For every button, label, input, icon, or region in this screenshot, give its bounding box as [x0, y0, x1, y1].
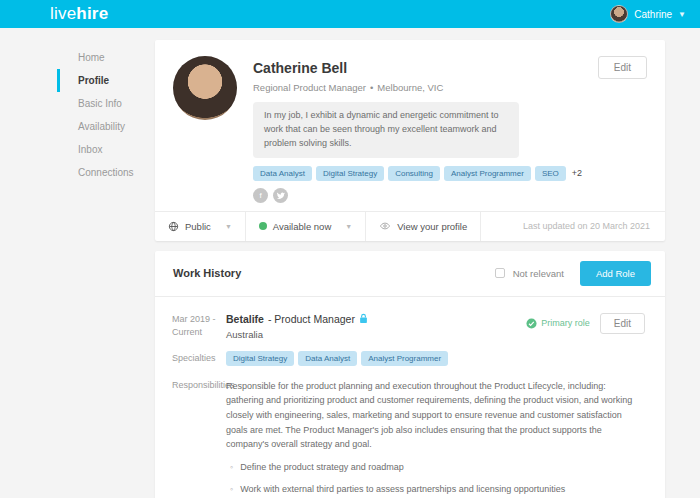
twitter-icon[interactable] — [273, 188, 288, 203]
eye-icon — [379, 221, 391, 231]
responsibilities-text: Responsible for the product planning and… — [226, 379, 645, 452]
user-avatar[interactable] — [610, 5, 628, 23]
availability-value: Available now — [273, 221, 331, 232]
profile-status-bar: Public ▼ Available now ▼ View your profi… — [155, 211, 665, 241]
visibility-dropdown[interactable]: Public ▼ — [155, 212, 246, 241]
view-profile-label: View your profile — [397, 221, 467, 232]
profile-skill-tags: Data Analyst Digital Strategy Consulting… — [253, 166, 647, 181]
sidebar-item-availability[interactable]: Availability — [57, 115, 153, 138]
page-content: Home Profile Basic Info Availability Inb… — [0, 28, 700, 498]
main-column: Catherine Bell Regional Product Manager•… — [155, 40, 665, 498]
specialty-chip[interactable]: Data Analyst — [298, 351, 357, 366]
responsibilities-content: Responsible for the product planning and… — [226, 379, 645, 498]
bullet-item: Define the product strategy and roadmap — [230, 461, 645, 475]
responsibilities-row: Responsibilities Responsible for the pro… — [172, 379, 645, 498]
entry-actions: Primary role Edit — [526, 313, 645, 334]
sidebar-item-profile[interactable]: Profile — [57, 69, 153, 92]
work-history-actions: Not relevant Add Role — [495, 261, 651, 286]
responsibilities-bullets: Define the product strategy and roadmap … — [226, 461, 645, 498]
entry-title: Betalife - Product Manager — [226, 313, 526, 325]
entry-header-row: Mar 2019 - Current Betalife - Product Ma… — [172, 313, 645, 340]
livehire-logo[interactable]: livehire — [50, 4, 108, 24]
profile-card: Catherine Bell Regional Product Manager•… — [155, 40, 665, 241]
logo-live: live — [50, 4, 76, 23]
profile-title: Regional Product Manager — [253, 82, 366, 93]
sidebar-item-connections[interactable]: Connections — [57, 161, 153, 184]
chevron-down-icon: ▼ — [678, 10, 686, 19]
sidebar-item-home[interactable]: Home — [57, 46, 153, 69]
social-links: f — [253, 188, 647, 211]
entry-head: Betalife - Product Manager Australia — [226, 313, 645, 340]
facebook-icon[interactable]: f — [253, 188, 268, 203]
top-navigation-bar: livehire Cathrine ▼ — [0, 0, 700, 28]
work-history-header: Work History Not relevant Add Role — [155, 251, 665, 297]
more-tags-count[interactable]: +2 — [572, 168, 582, 178]
skill-chip[interactable]: Digital Strategy — [316, 166, 384, 181]
skill-chip[interactable]: SEO — [535, 166, 566, 181]
specialty-chip[interactable]: Digital Strategy — [226, 351, 294, 366]
profile-location: Melbourne, VIC — [377, 82, 443, 93]
profile-edit-wrapper: Edit — [598, 56, 647, 79]
responsibilities-label: Responsibilities — [172, 379, 226, 498]
chevron-down-icon: ▼ — [225, 223, 232, 230]
not-relevant-label: Not relevant — [513, 268, 564, 279]
bullet-item: Work with external third parties to asse… — [230, 483, 645, 497]
subtitle-separator: • — [370, 82, 373, 93]
availability-dropdown[interactable]: Available now ▼ — [246, 212, 366, 241]
visibility-value: Public — [185, 221, 211, 232]
sidebar-nav: Home Profile Basic Info Availability Inb… — [57, 46, 153, 184]
available-dot-icon — [259, 222, 267, 230]
entry-title-block: Betalife - Product Manager Australia — [226, 313, 526, 340]
specialty-chip[interactable]: Analyst Programmer — [361, 351, 448, 366]
edit-role-button[interactable]: Edit — [600, 313, 645, 334]
profile-header: Catherine Bell Regional Product Manager•… — [155, 40, 665, 211]
chevron-down-icon: ▼ — [345, 223, 352, 230]
edit-profile-button[interactable]: Edit — [598, 56, 647, 79]
skill-chip[interactable]: Data Analyst — [253, 166, 312, 181]
specialty-chips: Digital Strategy Data Analyst Analyst Pr… — [226, 351, 645, 366]
profile-bio: In my job, I exhibit a dynamic and energ… — [253, 102, 519, 158]
skill-chip[interactable]: Analyst Programmer — [444, 166, 531, 181]
not-relevant-checkbox[interactable] — [495, 268, 505, 278]
logo-hire: hire — [76, 4, 108, 23]
primary-role-label: Primary role — [541, 318, 590, 328]
work-history-card: Work History Not relevant Add Role Mar 2… — [155, 251, 665, 498]
entry-dates: Mar 2019 - Current — [172, 313, 226, 340]
sidebar-item-inbox[interactable]: Inbox — [57, 138, 153, 161]
date-to: Current — [172, 326, 226, 340]
work-entry: Mar 2019 - Current Betalife - Product Ma… — [155, 297, 665, 498]
work-history-title: Work History — [173, 267, 241, 279]
profile-info: Catherine Bell Regional Product Manager•… — [253, 56, 647, 211]
specialties-row: Specialties Digital Strategy Data Analys… — [172, 351, 645, 366]
last-updated-text: Last updated on 20 March 2021 — [523, 221, 665, 231]
lock-icon[interactable] — [359, 313, 368, 324]
entry-location: Australia — [226, 329, 526, 340]
sidebar-item-basic-info[interactable]: Basic Info — [57, 92, 153, 115]
view-profile-link[interactable]: View your profile — [366, 212, 481, 241]
company-name: Betalife — [226, 313, 264, 325]
skill-chip[interactable]: Consulting — [388, 166, 440, 181]
primary-role-flag: Primary role — [526, 318, 590, 329]
add-role-button[interactable]: Add Role — [580, 261, 651, 286]
check-circle-icon — [526, 318, 537, 329]
user-menu[interactable]: Cathrine ▼ — [610, 5, 686, 23]
profile-subtitle: Regional Product Manager•Melbourne, VIC — [253, 82, 647, 93]
globe-icon — [168, 221, 179, 232]
profile-photo — [173, 56, 237, 120]
user-name: Cathrine — [634, 9, 672, 20]
date-from: Mar 2019 - — [172, 313, 226, 327]
specialties-label: Specialties — [172, 352, 226, 366]
profile-name: Catherine Bell — [253, 60, 647, 76]
role-title: - Product Manager — [268, 313, 355, 325]
